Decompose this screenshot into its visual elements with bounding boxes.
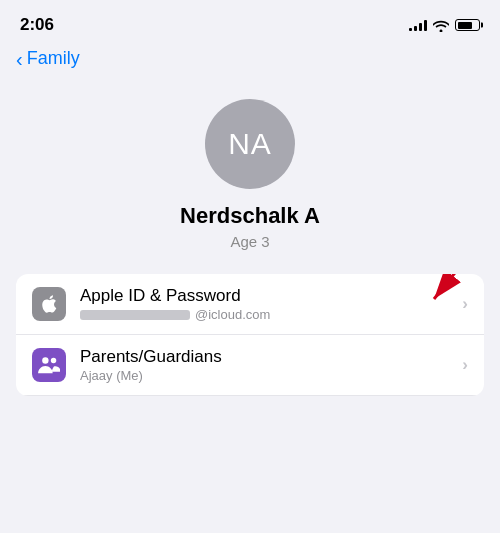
avatar-initials: NA bbox=[228, 127, 272, 161]
apple-id-text: Apple ID & Password @icloud.com bbox=[80, 286, 462, 322]
chevron-left-icon: ‹ bbox=[16, 49, 23, 69]
status-bar: 2:06 bbox=[0, 0, 500, 44]
apple-id-subtitle: @icloud.com bbox=[80, 307, 462, 322]
svg-point-1 bbox=[51, 358, 56, 363]
settings-item-apple-id[interactable]: Apple ID & Password @icloud.com › bbox=[16, 274, 484, 335]
battery-icon bbox=[455, 19, 480, 31]
parents-text: Parents/Guardians Ajaay (Me) bbox=[80, 347, 462, 383]
settings-item-parents[interactable]: Parents/Guardians Ajaay (Me) › bbox=[16, 335, 484, 396]
apple-id-title: Apple ID & Password bbox=[80, 286, 462, 306]
profile-section: NA Nerdschalk A Age 3 bbox=[0, 79, 500, 274]
svg-point-0 bbox=[42, 357, 48, 363]
apple-id-icon-bg bbox=[32, 287, 66, 321]
profile-name: Nerdschalk A bbox=[180, 203, 320, 229]
nav-bar: ‹ Family bbox=[0, 44, 500, 79]
profile-age: Age 3 bbox=[230, 233, 269, 250]
back-label: Family bbox=[27, 48, 80, 69]
chevron-right-icon-2: › bbox=[462, 355, 468, 375]
parents-title: Parents/Guardians bbox=[80, 347, 462, 367]
parents-icon bbox=[38, 355, 60, 375]
email-suffix: @icloud.com bbox=[195, 307, 270, 322]
status-time: 2:06 bbox=[20, 15, 54, 35]
signal-icon bbox=[409, 19, 427, 31]
parents-subtitle: Ajaay (Me) bbox=[80, 368, 462, 383]
chevron-right-icon: › bbox=[462, 294, 468, 314]
status-icons bbox=[409, 19, 480, 32]
parents-icon-bg bbox=[32, 348, 66, 382]
wifi-icon bbox=[433, 19, 449, 32]
back-button[interactable]: ‹ Family bbox=[16, 48, 80, 69]
redacted-email bbox=[80, 310, 190, 320]
avatar: NA bbox=[205, 99, 295, 189]
apple-icon bbox=[40, 294, 58, 314]
settings-list: Apple ID & Password @icloud.com › Parent… bbox=[16, 274, 484, 396]
